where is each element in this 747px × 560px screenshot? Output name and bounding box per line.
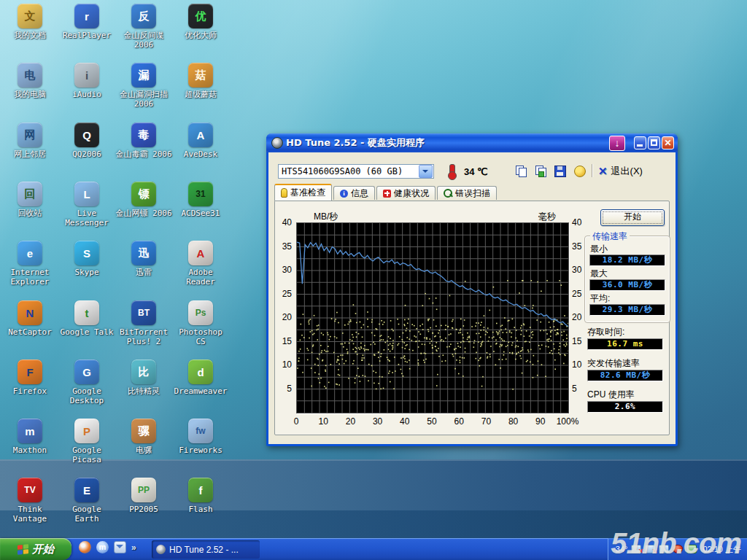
desktop-icon-skype[interactable]: SSkype: [58, 241, 115, 277]
kingsoft-netguard-2006-icon: 镖: [131, 182, 156, 206]
desktop-icon-label: PP2005: [115, 505, 172, 514]
exit-button[interactable]: ✕ 退出(X): [598, 165, 643, 178]
window-titlebar[interactable]: HD Tune 2.52 - 硬盘实用程序: [266, 133, 678, 152]
desktop-icon-label: Skype: [58, 268, 115, 277]
tab-scan[interactable]: 错误扫描: [437, 186, 497, 200]
desktop-icon-google-desktop[interactable]: GGoogle Desktop: [58, 359, 115, 405]
desktop-icon-youhua-dashi[interactable]: 优优化大师: [172, 4, 229, 40]
save-button[interactable]: [551, 163, 569, 179]
y-tick-right: 25: [572, 289, 581, 299]
x-tick: 50: [427, 416, 436, 427]
desktop-icon-kingsoft-vulnscan-2006[interactable]: 漏金山漏洞扫描 2006: [115, 63, 172, 109]
google-talk-icon: t: [74, 300, 99, 325]
desktop-icon-qq2006[interactable]: QQQ2006: [58, 122, 115, 159]
desktop-icon-label: 金山漏洞扫描 2006: [115, 90, 172, 109]
desktop-icon-fireworks[interactable]: fwFireworks: [172, 419, 229, 455]
my-documents-icon: 文: [18, 4, 42, 28]
x-tick: 100%: [557, 416, 579, 427]
burst-rate-value: 82.6 MB/秒: [587, 370, 663, 381]
drive-select-value: HTS541060G9SA00 (60 GB): [279, 166, 419, 176]
desktop-icon-super-mushroom[interactable]: 菇超级蘑菇: [172, 63, 229, 99]
desktop-icon-google-earth[interactable]: EGoogle Earth: [58, 478, 115, 524]
access-time-label: 存取时间:: [587, 326, 624, 338]
update-download-button[interactable]: [609, 136, 625, 151]
desktop-icon-live-messenger[interactable]: LLive Messenger: [58, 182, 115, 228]
minimize-button[interactable]: [634, 136, 646, 149]
tab-benchmark[interactable]: 基准检查: [274, 184, 332, 201]
hdtune-window: HD Tune 2.52 - 硬盘实用程序 HTS541060G9SA00 (6…: [266, 133, 678, 446]
transfer-rate-group-title: 传输速率: [590, 230, 630, 243]
messenger-tray-icon[interactable]: [686, 545, 697, 553]
x-tick: 10: [319, 416, 328, 427]
close-button[interactable]: [662, 136, 674, 149]
hdtune-task-button[interactable]: HD Tune 2.52 - ...: [152, 540, 260, 559]
desktop-icon-dreamweaver[interactable]: dDreamweaver: [172, 359, 229, 396]
max-label: 最大: [590, 268, 608, 280]
tab-label: 基准检查: [290, 187, 325, 199]
desktop-icon-adobe-reader[interactable]: AAdobe Reader: [172, 241, 229, 287]
desktop-icon-label: 比特精灵: [115, 386, 172, 396]
desktop-icon-google-picasa[interactable]: PGoogle Picasa: [58, 419, 115, 464]
volume-icon[interactable]: [659, 545, 669, 553]
desktop-icon-avedesk[interactable]: AAveDesk: [172, 122, 229, 159]
desktop-icon-firefox[interactable]: FFirefox: [1, 359, 58, 396]
copy-text-button[interactable]: [512, 163, 530, 179]
desktop-icon-kingsoft-netguard-2006[interactable]: 镖金山网镖 2006: [115, 182, 172, 218]
desktop-icon-acdsee31[interactable]: 31ACDSee31: [172, 182, 229, 218]
y-tick-right: 10: [572, 359, 581, 370]
chevron-double-icon[interactable]: »: [131, 542, 136, 553]
y-tick-left: 25: [274, 289, 292, 299]
desktop-icon-bitspirit[interactable]: 比比特精灵: [115, 359, 172, 396]
exit-label: 退出(X): [611, 165, 643, 178]
desktop-icon-kingsoft-antispyware-2006[interactable]: 反金山反间谍 2006: [115, 4, 172, 50]
start-benchmark-button[interactable]: 开始: [600, 209, 665, 226]
cpu-usage-value: 2.6%: [587, 401, 663, 413]
toolbar-separator: [592, 164, 592, 177]
desktop-icon-my-documents[interactable]: 文我的文档: [1, 4, 58, 40]
tab-health[interactable]: 健康状况: [376, 186, 436, 200]
desktop-icon-pp2005[interactable]: PPPP2005: [115, 478, 172, 514]
maxthon-icon[interactable]: [96, 541, 109, 553]
chevron-down-icon[interactable]: [419, 165, 433, 178]
start-button[interactable]: 开始: [0, 538, 71, 560]
taskbar: 开始 » HD Tune 2.52 - ... 34° 02:10 上午: [0, 538, 747, 560]
drive-select[interactable]: HTS541060G9SA00 (60 GB): [278, 164, 434, 179]
super-mushroom-icon: 菇: [188, 63, 213, 88]
desktop-icon-bittorrent-plus2[interactable]: BTBitTorrent Plus! 2: [115, 300, 172, 346]
flash-icon: f: [188, 478, 213, 502]
network-offline2-icon[interactable]: [645, 545, 655, 553]
browser-icon[interactable]: [79, 541, 91, 553]
copy-image-button[interactable]: [532, 163, 549, 179]
desktop-icon-my-computer[interactable]: 电我的电脑: [1, 63, 58, 99]
min-value: 18.2 MB/秒: [589, 254, 665, 266]
desktop-icon-emule[interactable]: 骡电骡: [115, 419, 172, 455]
desktop-icon-xunlei[interactable]: 迅迅雷: [115, 241, 172, 277]
desktop-icon-kingsoft-duba-2006[interactable]: 毒金山毒霸 2006: [115, 122, 172, 159]
network-offline-icon[interactable]: [631, 545, 641, 553]
benchmark-plot: [296, 222, 569, 413]
maximize-button[interactable]: [648, 136, 660, 149]
desktop-icon-maxthon[interactable]: mMaxthon: [1, 419, 58, 455]
desktop-icon-label: Fireworks: [172, 446, 229, 455]
security-alert-icon[interactable]: [673, 545, 683, 553]
desktop-icon-internet-explorer[interactable]: eInternet Explorer: [1, 241, 58, 287]
desktop-icon-photoshop-cs[interactable]: PsPhotoshop CS: [172, 300, 229, 346]
desktop-icon-network-places[interactable]: 网网上邻居: [1, 122, 58, 159]
desktop-icon-thinkvantage[interactable]: TVThink Vantage: [1, 478, 58, 524]
desktop-icon-flash[interactable]: fFlash: [172, 478, 229, 514]
desktop-icon-realplayer[interactable]: rRealPlayer: [58, 4, 115, 40]
options-button[interactable]: [571, 163, 589, 179]
desktop-icon-label: 电骡: [115, 446, 172, 455]
tab-info[interactable]: 信息: [333, 186, 375, 200]
desktop-icon-iaudio[interactable]: iiAudio: [58, 63, 115, 99]
kingsoft-antispyware-2006-icon: 反: [131, 4, 156, 28]
outlook-express-icon[interactable]: [114, 541, 126, 553]
desktop-icon-label: 迅雷: [115, 268, 172, 277]
options-icon: [574, 166, 586, 177]
copy-image-icon: [535, 166, 546, 176]
desktop-icon-recycle-bin[interactable]: 回回收站: [1, 182, 58, 218]
benchmark-icon: [281, 188, 287, 198]
desktop-icon-grid: 文我的文档rRealPlayer反金山反间谍 2006优优化大师电我的电脑iiA…: [1, 0, 232, 540]
desktop-icon-google-talk[interactable]: tGoogle Talk: [58, 300, 115, 337]
desktop-icon-netcaptor[interactable]: NNetCaptor: [1, 300, 58, 337]
